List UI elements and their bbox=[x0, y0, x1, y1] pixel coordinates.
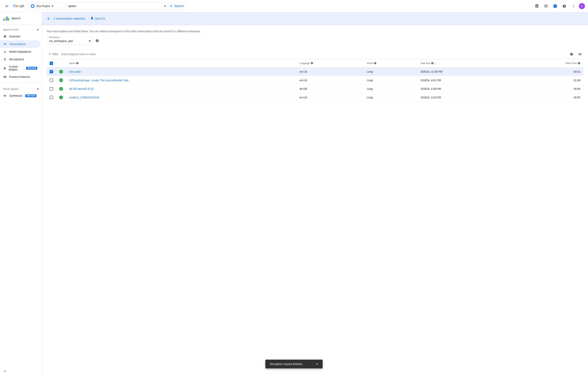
sidebar-item-custom-models[interactable]: Custom Models PREVIEW bbox=[0, 63, 40, 73]
select-all-checkbox[interactable] bbox=[50, 62, 53, 65]
row-name-link[interactable]: ssstik.io_1706625262540 bbox=[69, 96, 99, 99]
workspace-help-icon[interactable] bbox=[96, 39, 99, 43]
start-time-sort-icon[interactable]: ↓ bbox=[435, 62, 436, 65]
sidebar-item-transcriptions[interactable]: Transcriptions bbox=[0, 40, 40, 48]
row-billed-time-cell: 00:06 bbox=[513, 85, 583, 93]
row-language-cell: de-DE bbox=[296, 85, 364, 93]
row-start-time-cell: 3/18/24, 4:39 PM bbox=[417, 85, 513, 93]
search-bar: ✕ Search bbox=[65, 2, 187, 10]
billed-time-help-icon[interactable] bbox=[578, 62, 580, 65]
more-options-button[interactable] bbox=[570, 2, 577, 10]
close-selection-button[interactable] bbox=[47, 17, 50, 21]
model-help-icon[interactable] bbox=[374, 62, 376, 65]
th-select-all bbox=[47, 59, 56, 67]
tts-section-label: Text-to-Speech ▾ bbox=[0, 84, 42, 92]
sidebar-transcriptions-label: Transcriptions bbox=[9, 42, 26, 46]
row-status-cell bbox=[56, 67, 66, 76]
delete-icon bbox=[90, 16, 94, 21]
row-model-cell: Long bbox=[364, 67, 417, 76]
snackbar-close-button[interactable]: × bbox=[316, 362, 318, 366]
name-help-icon[interactable] bbox=[76, 62, 79, 65]
transcriptions-icon bbox=[3, 42, 7, 46]
row-checkbox[interactable] bbox=[50, 87, 53, 91]
table-header-row: Name Language bbox=[47, 59, 583, 67]
row-checkbox[interactable] bbox=[50, 70, 53, 73]
search-button[interactable]: Search bbox=[170, 4, 184, 8]
selection-count: 1 transcription selected bbox=[54, 17, 85, 21]
row-checkbox-cell bbox=[47, 67, 56, 76]
row-model-cell: Long bbox=[364, 76, 417, 85]
search-button-label: Search bbox=[174, 4, 184, 8]
selection-bar: 1 transcription selected DELETE bbox=[42, 12, 588, 25]
row-checkbox[interactable] bbox=[50, 96, 53, 99]
sidebar-item-overview[interactable]: Overview bbox=[0, 33, 40, 40]
row-billed-time-cell: 01:48 bbox=[513, 76, 583, 85]
row-status-cell bbox=[56, 76, 66, 85]
row-start-time-cell: 3/18/24, 3:25 PM bbox=[417, 93, 513, 102]
filter-button[interactable]: Filter bbox=[47, 52, 60, 56]
terminal-button[interactable] bbox=[542, 2, 550, 10]
header-actions: 1 G bbox=[533, 2, 585, 10]
menu-button[interactable] bbox=[3, 2, 11, 10]
status-success-icon bbox=[59, 78, 63, 82]
sidebar-item-recognizers[interactable]: Recognizers bbox=[0, 55, 40, 63]
help-columns-button[interactable] bbox=[568, 51, 575, 58]
row-model-cell: Long bbox=[364, 85, 417, 93]
filter-right bbox=[568, 51, 583, 58]
sidebar-item-preview-features[interactable]: Preview Features bbox=[0, 73, 40, 81]
description-text: Your transcriptions are listed below. Yo… bbox=[47, 30, 583, 33]
sidebar-model-adaptations-label: Model Adaptations bbox=[9, 50, 31, 53]
row-status-cell bbox=[56, 93, 66, 102]
row-start-time-cell: 3/18/24, 4:41 PM bbox=[417, 76, 513, 85]
project-name-label: Test Project bbox=[36, 5, 50, 8]
help-button[interactable] bbox=[561, 2, 568, 10]
stt-collapse-icon[interactable]: ▾ bbox=[37, 28, 39, 32]
workspace-select[interactable]: sst_workspace_ppd bbox=[47, 38, 92, 44]
row-language-cell: en-US bbox=[296, 76, 364, 85]
row-checkbox-cell bbox=[47, 93, 56, 102]
google-cloud-logo bbox=[13, 4, 24, 8]
sidebar-collapse-button[interactable] bbox=[0, 366, 42, 376]
row-name-link[interactable]: X2Download.app - Avatar The Last Airbend… bbox=[69, 79, 131, 82]
product-header: Speech bbox=[0, 12, 42, 25]
product-name-label: Speech bbox=[11, 17, 21, 20]
columns-toggle-button[interactable] bbox=[577, 51, 583, 58]
snackbar-message: Recognize request finished bbox=[270, 363, 302, 366]
main-content: 1 transcription selected DELETE Your tra… bbox=[42, 12, 588, 376]
row-billed-time-cell: 00:01 bbox=[513, 67, 583, 76]
notification-badge[interactable]: 1 bbox=[551, 2, 559, 10]
row-name-link[interactable]: test-audio bbox=[69, 70, 81, 73]
filter-input[interactable] bbox=[60, 52, 568, 56]
language-help-icon[interactable] bbox=[311, 62, 313, 65]
row-name-cell: test-audio bbox=[66, 67, 296, 76]
sidebar-preview-features-label: Preview Features bbox=[9, 75, 30, 78]
custom-models-icon bbox=[3, 66, 7, 70]
delete-button[interactable]: DELETE bbox=[88, 15, 108, 22]
row-checkbox-cell bbox=[47, 76, 56, 85]
start-time-help-icon[interactable] bbox=[431, 62, 434, 65]
search-input[interactable] bbox=[68, 4, 162, 8]
avatar[interactable]: G bbox=[579, 3, 585, 9]
clear-icon[interactable]: ✕ bbox=[163, 4, 166, 8]
filter-label: Filter bbox=[52, 53, 58, 56]
sidebar-item-model-adaptations[interactable]: Model Adaptations bbox=[0, 48, 40, 55]
th-status bbox=[56, 59, 66, 67]
row-status-cell bbox=[56, 85, 66, 93]
snackbar: Recognize request finished × bbox=[265, 360, 323, 368]
app-body: Speech Speech-to-Text ▾ Overview Transcr… bbox=[0, 12, 588, 376]
table-row: ssstik.io_1706625262540 en-US Long 3/18/… bbox=[47, 93, 583, 102]
tts-collapse-icon[interactable]: ▾ bbox=[37, 87, 39, 91]
row-checkbox[interactable] bbox=[50, 79, 53, 82]
row-name-link[interactable]: de-DE-Neural2-B (2) bbox=[69, 87, 94, 90]
th-billed-time: Billed Time bbox=[513, 59, 583, 67]
recognizers-icon bbox=[3, 57, 7, 61]
sidebar: Speech Speech-to-Text ▾ Overview Transcr… bbox=[0, 12, 42, 376]
project-icon bbox=[31, 4, 34, 8]
project-selector[interactable]: Test Project ▾ bbox=[28, 3, 63, 10]
sidebar-item-synthesize[interactable]: Synthesize PREVIEW bbox=[0, 92, 40, 100]
th-name: Name bbox=[66, 59, 296, 67]
help-docs-button[interactable] bbox=[533, 2, 541, 10]
speech-product-icon bbox=[3, 15, 9, 21]
table-row: X2Download.app - Avatar The Last Airbend… bbox=[47, 76, 583, 85]
top-header: Test Project ▾ ✕ Search 1 G bbox=[0, 0, 588, 12]
